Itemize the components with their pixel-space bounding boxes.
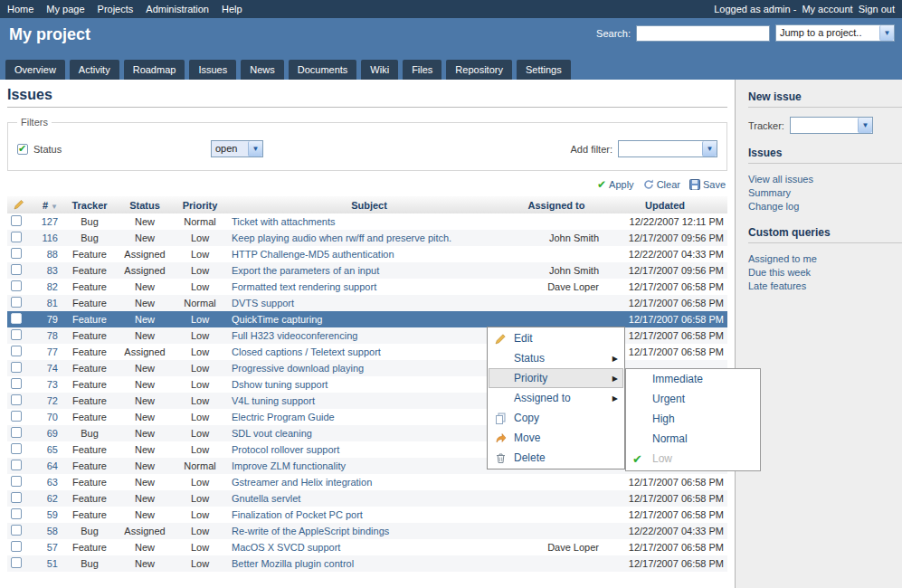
add-filter-select[interactable]: ▼ [618, 140, 717, 157]
tab-news[interactable]: News [241, 60, 284, 80]
issue-subject-link[interactable]: Improve ZLM functionality [232, 460, 346, 471]
row-checkbox[interactable] [11, 492, 22, 503]
row-checkbox[interactable] [11, 346, 22, 356]
row-checkbox[interactable] [11, 557, 22, 568]
row-checkbox[interactable] [11, 232, 22, 242]
row-checkbox[interactable] [11, 329, 22, 340]
column-header-tracker[interactable]: Tracker [62, 196, 118, 213]
context-menu-priority[interactable]: Priority ▶ [489, 368, 623, 388]
column-header-updated[interactable]: Updated [603, 196, 727, 213]
row-checkbox[interactable] [11, 476, 22, 487]
issue-id-link[interactable]: 64 [47, 460, 58, 471]
my-account-link[interactable]: My account [802, 4, 852, 14]
issue-subject-link[interactable]: Gnutella servlet [232, 493, 300, 504]
issue-row-51[interactable]: 51BugNewLowBetter Mozilla plugin control… [7, 555, 727, 572]
issue-subject-link[interactable]: SDL vout cleaning [232, 428, 312, 439]
priority-option-high[interactable]: High [627, 410, 759, 430]
priority-option-urgent[interactable]: Urgent [627, 390, 759, 410]
issue-id-link[interactable]: 82 [47, 281, 58, 292]
issue-row-58[interactable]: 58BugAssignedLowRe-write of the AppleScr… [7, 523, 727, 539]
issue-subject-link[interactable]: Finalization of Pocket PC port [232, 509, 363, 520]
topmenu-help[interactable]: Help [222, 4, 242, 14]
issue-row-59[interactable]: 59FeatureNewLowFinalization of Pocket PC… [7, 507, 727, 523]
apply-button[interactable]: ✔ Apply [597, 178, 634, 191]
issue-id-link[interactable]: 58 [47, 526, 58, 536]
issue-id-link[interactable]: 62 [47, 493, 58, 504]
row-checkbox[interactable] [11, 264, 22, 275]
issue-id-link[interactable]: 81 [47, 298, 58, 308]
issue-id-link[interactable]: 69 [47, 428, 58, 439]
topmenu-projects[interactable]: Projects [98, 4, 134, 14]
issue-id-link[interactable]: 63 [47, 477, 58, 488]
topmenu-my-page[interactable]: My page [46, 4, 84, 14]
issue-id-link[interactable]: 72 [47, 395, 58, 406]
issue-id-link[interactable]: 127 [42, 216, 58, 227]
context-menu-edit[interactable]: Edit [489, 328, 623, 348]
row-checkbox[interactable] [11, 215, 22, 226]
clear-button[interactable]: Clear [643, 179, 680, 190]
context-menu-delete[interactable]: Delete [489, 448, 623, 468]
issue-subject-link[interactable]: Full H323 videoconferencing [232, 330, 357, 341]
sidebar-link-due-this-week[interactable]: Due this week [748, 266, 902, 280]
sidebar-link-assigned-to-me[interactable]: Assigned to me [748, 252, 902, 266]
issue-id-link[interactable]: 73 [47, 379, 58, 390]
column-header-subject[interactable]: Subject [228, 196, 510, 213]
priority-option-normal[interactable]: Normal [627, 430, 759, 450]
issue-subject-link[interactable]: Electric Program Guide [232, 412, 335, 422]
issue-subject-link[interactable]: Progressive download playing [232, 363, 364, 374]
issue-row-83[interactable]: 83FeatureAssignedLowExport the parameter… [7, 262, 727, 279]
tab-issues[interactable]: Issues [189, 60, 236, 80]
row-checkbox[interactable] [11, 443, 22, 454]
tab-files[interactable]: Files [403, 60, 442, 80]
row-checkbox[interactable] [11, 508, 22, 519]
tab-activity[interactable]: Activity [70, 60, 119, 80]
issue-id-link[interactable]: 59 [47, 509, 58, 520]
priority-option-immediate[interactable]: Immediate [627, 370, 759, 390]
issue-id-link[interactable]: 78 [47, 330, 58, 341]
context-menu-copy[interactable]: Copy [489, 408, 623, 428]
sidebar-link-view-all-issues[interactable]: View all issues [748, 173, 902, 186]
row-checkbox[interactable] [11, 313, 22, 324]
context-menu-move[interactable]: Move [489, 428, 623, 448]
issue-subject-link[interactable]: Keep playing audio when rw/ff and preser… [232, 232, 451, 243]
save-button[interactable]: Save [689, 179, 726, 190]
issue-row-63[interactable]: 63FeatureNewLowGstreamer and Helix integ… [7, 474, 727, 490]
tab-roadmap[interactable]: Roadmap [124, 60, 185, 80]
issue-id-link[interactable]: 65 [47, 444, 58, 455]
row-checkbox[interactable] [11, 460, 22, 470]
issue-id-link[interactable]: 83 [47, 265, 58, 276]
topmenu-administration[interactable]: Administration [146, 4, 209, 14]
row-checkbox[interactable] [11, 541, 22, 552]
tab-overview[interactable]: Overview [5, 60, 65, 80]
sign-out-link[interactable]: Sign out [859, 4, 895, 14]
issue-id-link[interactable]: 79 [47, 314, 58, 325]
row-checkbox[interactable] [11, 427, 22, 438]
tab-wiki[interactable]: Wiki [361, 60, 398, 80]
issue-subject-link[interactable]: QuickTime capturing [232, 314, 322, 325]
context-menu-assigned-to[interactable]: Assigned to ▶ [489, 388, 623, 408]
issue-subject-link[interactable]: MacOS X SVCD support [232, 542, 340, 553]
issue-row-88[interactable]: 88FeatureAssignedLowHTTP Challenge-MD5 a… [7, 246, 727, 262]
row-checkbox[interactable] [11, 525, 22, 536]
issue-subject-link[interactable]: Closed captions / Teletext support [232, 346, 381, 357]
issue-id-link[interactable]: 57 [47, 542, 58, 553]
column-header-status[interactable]: Status [118, 196, 172, 213]
issue-row-79[interactable]: 79FeatureNewLowQuickTime capturing12/17/… [7, 311, 727, 327]
issue-subject-link[interactable]: DVTS support [232, 298, 294, 308]
issue-subject-link[interactable]: Export the parameters of an input [232, 265, 379, 276]
issue-subject-link[interactable]: Dshow tuning support [232, 379, 328, 390]
search-input[interactable] [636, 25, 770, 42]
status-filter-checkbox[interactable] [17, 144, 28, 155]
issue-row-81[interactable]: 81FeatureNewNormalDVTS support12/17/2007… [7, 295, 727, 311]
tracker-select[interactable]: ▼ [790, 117, 873, 134]
row-checkbox[interactable] [11, 280, 22, 291]
issue-subject-link[interactable]: Re-write of the AppleScript bindings [232, 526, 389, 536]
issue-id-link[interactable]: 116 [42, 232, 58, 243]
column-header-priority[interactable]: Priority [172, 196, 228, 213]
row-checkbox[interactable] [11, 297, 22, 308]
row-checkbox[interactable] [11, 394, 22, 405]
issue-subject-link[interactable]: Ticket with attachments [232, 216, 336, 227]
sidebar-link-late-features[interactable]: Late features [748, 280, 902, 293]
issue-row-82[interactable]: 82FeatureNewLowFormatted text rendering … [7, 279, 727, 295]
tab-repository[interactable]: Repository [446, 60, 512, 80]
